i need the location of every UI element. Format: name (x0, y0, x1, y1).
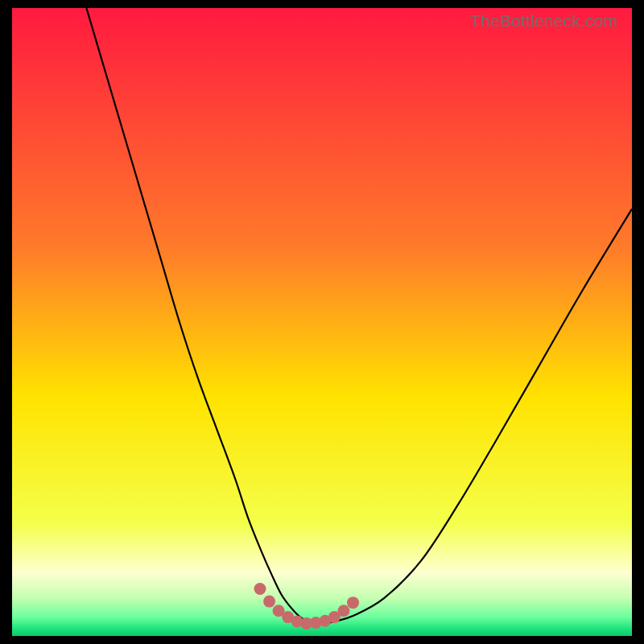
optimal-dot (337, 605, 349, 617)
optimal-dot (263, 596, 275, 608)
optimal-dot (254, 583, 266, 595)
optimal-dot (347, 597, 359, 609)
bottleneck-chart (12, 8, 632, 636)
watermark-text: TheBottleneck.com (470, 11, 617, 31)
chart-frame: TheBottleneck.com (12, 8, 632, 636)
gradient-background (12, 8, 632, 636)
